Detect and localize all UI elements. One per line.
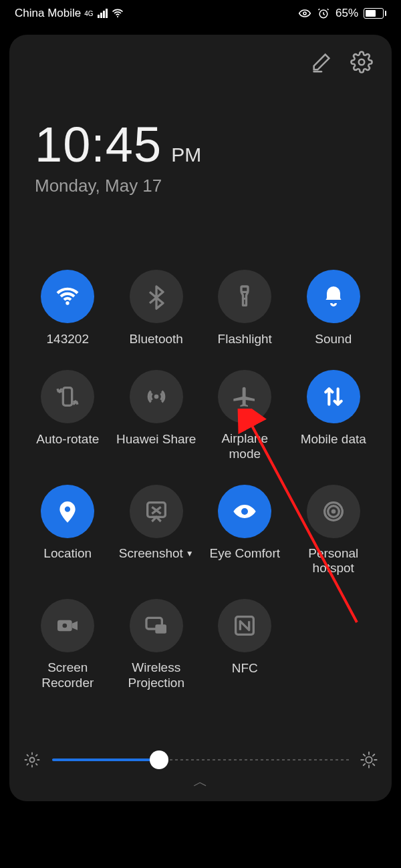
tile-label: 143202 (47, 331, 89, 347)
tile-personal-hotspot[interactable]: Personal hotspot (291, 485, 376, 577)
tile-sound[interactable]: Sound (291, 270, 376, 347)
clock-block: 10:45 PM Monday, May 17 (23, 116, 378, 196)
svg-point-1 (303, 12, 306, 15)
tile-mobile-data[interactable]: Mobile data (291, 370, 376, 462)
tile-airplane-mode[interactable]: Airplane mode (203, 370, 287, 462)
tile-wireless-proj[interactable]: Wireless Projection (114, 599, 199, 691)
mobile-data-icon[interactable] (307, 370, 360, 423)
network-badge: 4G (84, 10, 93, 17)
wifi-status-icon (111, 7, 124, 20)
wifi-icon[interactable] (41, 270, 94, 323)
settings-icon[interactable] (350, 51, 373, 76)
brightness-track[interactable] (52, 758, 349, 761)
battery-icon (364, 8, 386, 19)
screen-recorder-icon[interactable] (41, 599, 94, 652)
tile-label: Auto-rotate (36, 431, 99, 447)
svg-point-5 (366, 756, 372, 763)
tile-label: Location (43, 546, 92, 562)
panel-handle-icon[interactable]: ︿ (193, 772, 208, 792)
tile-wifi[interactable]: 143202 (25, 270, 110, 347)
location-icon[interactable] (41, 485, 94, 538)
tile-label: Personal hotspot (308, 546, 358, 577)
carrier-label: China Mobile (15, 7, 81, 20)
svg-point-4 (30, 758, 35, 763)
screenshot-icon[interactable] (130, 485, 183, 538)
brightness-low-icon (23, 750, 41, 769)
edit-icon[interactable] (310, 51, 333, 76)
tile-location[interactable]: Location (25, 485, 110, 577)
brightness-slider[interactable] (23, 750, 378, 769)
tile-huawei-share[interactable]: Huawei Share (114, 370, 199, 462)
tile-label: Wireless Projection (128, 660, 185, 691)
tile-label: Eye Comfort (209, 546, 280, 562)
status-left: China Mobile 4G (15, 7, 124, 20)
tile-label: Flashlight (218, 331, 272, 347)
clock-time: 10:45 (35, 116, 162, 173)
tile-auto-rotate[interactable]: Auto-rotate (25, 370, 110, 462)
huawei-share-icon[interactable] (130, 370, 183, 423)
tile-eye-comfort[interactable]: Eye Comfort (203, 485, 287, 577)
tile-label: Airplane mode (221, 431, 268, 462)
battery-percent: 65% (336, 7, 358, 20)
clock-date: Monday, May 17 (35, 176, 378, 196)
eye-comfort-icon[interactable] (218, 485, 271, 538)
flashlight-icon[interactable] (218, 270, 271, 323)
sound-icon[interactable] (307, 270, 360, 323)
bluetooth-icon[interactable] (130, 270, 183, 323)
tile-label: Screen Recorder (41, 660, 94, 691)
status-bar: China Mobile 4G 65% (0, 0, 401, 27)
svg-point-3 (359, 59, 365, 65)
tile-label: Huawei Share (116, 431, 196, 447)
status-right: 65% (298, 7, 386, 20)
nfc-icon[interactable] (218, 599, 271, 652)
tile-flashlight[interactable]: Flashlight (203, 270, 287, 347)
tile-label: Bluetooth (130, 331, 183, 347)
signal-icon (98, 9, 108, 18)
brightness-high-icon (360, 750, 378, 769)
tile-label: Mobile data (301, 431, 366, 447)
airplane-mode-icon[interactable] (218, 370, 271, 423)
clock-ampm: PM (171, 144, 201, 166)
tile-nfc[interactable]: NFC (203, 599, 287, 691)
personal-hotspot-icon[interactable] (307, 485, 360, 538)
tiles-grid: 143202BluetoothFlashlightSoundAuto-rotat… (23, 270, 378, 691)
tile-bluetooth[interactable]: Bluetooth (114, 270, 199, 347)
tile-label: Sound (315, 331, 352, 347)
alarm-status-icon (317, 7, 330, 20)
chevron-down-icon[interactable]: ▼ (186, 549, 194, 558)
tile-label: Screenshot▼ (119, 546, 194, 562)
tile-screen-recorder[interactable]: Screen Recorder (25, 599, 110, 691)
eye-status-icon (298, 7, 311, 20)
tile-screenshot[interactable]: Screenshot▼ (114, 485, 199, 577)
svg-point-0 (116, 16, 118, 17)
auto-rotate-icon[interactable] (41, 370, 94, 423)
wireless-proj-icon[interactable] (130, 599, 183, 652)
quick-settings-panel: 10:45 PM Monday, May 17 143202BluetoothF… (9, 35, 392, 801)
tile-label: NFC (232, 660, 258, 676)
